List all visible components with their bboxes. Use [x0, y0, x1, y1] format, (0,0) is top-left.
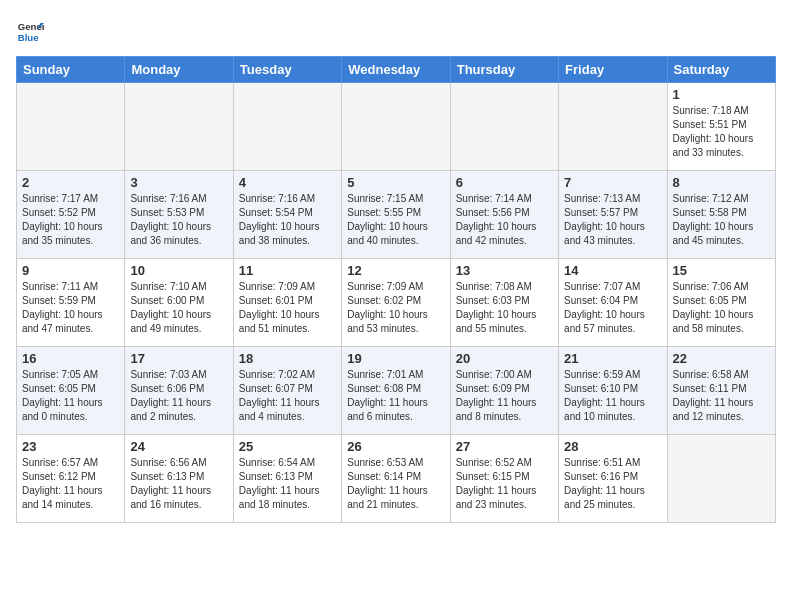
calendar-week-row: 1Sunrise: 7:18 AMSunset: 5:51 PMDaylight…	[17, 83, 776, 171]
day-info: Sunrise: 7:11 AMSunset: 5:59 PMDaylight:…	[22, 280, 119, 336]
calendar-day-cell: 18Sunrise: 7:02 AMSunset: 6:07 PMDayligh…	[233, 347, 341, 435]
day-info: Sunrise: 7:03 AMSunset: 6:06 PMDaylight:…	[130, 368, 227, 424]
day-info: Sunrise: 6:57 AMSunset: 6:12 PMDaylight:…	[22, 456, 119, 512]
day-info: Sunrise: 6:56 AMSunset: 6:13 PMDaylight:…	[130, 456, 227, 512]
calendar-day-cell: 12Sunrise: 7:09 AMSunset: 6:02 PMDayligh…	[342, 259, 450, 347]
calendar-day-cell: 5Sunrise: 7:15 AMSunset: 5:55 PMDaylight…	[342, 171, 450, 259]
day-info: Sunrise: 6:54 AMSunset: 6:13 PMDaylight:…	[239, 456, 336, 512]
calendar-day-cell	[17, 83, 125, 171]
calendar-day-cell: 13Sunrise: 7:08 AMSunset: 6:03 PMDayligh…	[450, 259, 558, 347]
day-number: 22	[673, 351, 770, 366]
calendar-week-row: 16Sunrise: 7:05 AMSunset: 6:05 PMDayligh…	[17, 347, 776, 435]
day-info: Sunrise: 7:14 AMSunset: 5:56 PMDaylight:…	[456, 192, 553, 248]
logo: General Blue	[16, 16, 48, 44]
calendar-day-cell	[125, 83, 233, 171]
day-number: 5	[347, 175, 444, 190]
day-number: 4	[239, 175, 336, 190]
weekday-header: Sunday	[17, 57, 125, 83]
day-number: 12	[347, 263, 444, 278]
day-number: 21	[564, 351, 661, 366]
day-number: 20	[456, 351, 553, 366]
day-number: 3	[130, 175, 227, 190]
day-number: 2	[22, 175, 119, 190]
calendar-week-row: 2Sunrise: 7:17 AMSunset: 5:52 PMDaylight…	[17, 171, 776, 259]
day-number: 24	[130, 439, 227, 454]
calendar-day-cell	[450, 83, 558, 171]
day-number: 25	[239, 439, 336, 454]
day-number: 23	[22, 439, 119, 454]
weekday-header: Wednesday	[342, 57, 450, 83]
day-info: Sunrise: 6:52 AMSunset: 6:15 PMDaylight:…	[456, 456, 553, 512]
day-info: Sunrise: 7:15 AMSunset: 5:55 PMDaylight:…	[347, 192, 444, 248]
day-info: Sunrise: 7:18 AMSunset: 5:51 PMDaylight:…	[673, 104, 770, 160]
day-info: Sunrise: 7:12 AMSunset: 5:58 PMDaylight:…	[673, 192, 770, 248]
day-info: Sunrise: 7:08 AMSunset: 6:03 PMDaylight:…	[456, 280, 553, 336]
calendar-day-cell: 28Sunrise: 6:51 AMSunset: 6:16 PMDayligh…	[559, 435, 667, 523]
day-info: Sunrise: 7:16 AMSunset: 5:54 PMDaylight:…	[239, 192, 336, 248]
calendar-day-cell: 24Sunrise: 6:56 AMSunset: 6:13 PMDayligh…	[125, 435, 233, 523]
day-number: 14	[564, 263, 661, 278]
calendar-day-cell: 25Sunrise: 6:54 AMSunset: 6:13 PMDayligh…	[233, 435, 341, 523]
weekday-header: Monday	[125, 57, 233, 83]
calendar-day-cell: 21Sunrise: 6:59 AMSunset: 6:10 PMDayligh…	[559, 347, 667, 435]
svg-text:Blue: Blue	[18, 32, 39, 43]
day-number: 18	[239, 351, 336, 366]
calendar-day-cell: 17Sunrise: 7:03 AMSunset: 6:06 PMDayligh…	[125, 347, 233, 435]
day-number: 16	[22, 351, 119, 366]
calendar-day-cell	[667, 435, 775, 523]
day-number: 10	[130, 263, 227, 278]
day-info: Sunrise: 7:06 AMSunset: 6:05 PMDaylight:…	[673, 280, 770, 336]
calendar-header-row: SundayMondayTuesdayWednesdayThursdayFrid…	[17, 57, 776, 83]
day-info: Sunrise: 7:17 AMSunset: 5:52 PMDaylight:…	[22, 192, 119, 248]
calendar-day-cell: 15Sunrise: 7:06 AMSunset: 6:05 PMDayligh…	[667, 259, 775, 347]
calendar-day-cell: 16Sunrise: 7:05 AMSunset: 6:05 PMDayligh…	[17, 347, 125, 435]
day-number: 1	[673, 87, 770, 102]
calendar-day-cell: 2Sunrise: 7:17 AMSunset: 5:52 PMDaylight…	[17, 171, 125, 259]
weekday-header: Saturday	[667, 57, 775, 83]
calendar-day-cell	[559, 83, 667, 171]
page-header: General Blue	[16, 16, 776, 44]
calendar-day-cell: 8Sunrise: 7:12 AMSunset: 5:58 PMDaylight…	[667, 171, 775, 259]
calendar-day-cell: 6Sunrise: 7:14 AMSunset: 5:56 PMDaylight…	[450, 171, 558, 259]
day-number: 8	[673, 175, 770, 190]
calendar-week-row: 23Sunrise: 6:57 AMSunset: 6:12 PMDayligh…	[17, 435, 776, 523]
day-info: Sunrise: 6:59 AMSunset: 6:10 PMDaylight:…	[564, 368, 661, 424]
day-number: 28	[564, 439, 661, 454]
weekday-header: Tuesday	[233, 57, 341, 83]
day-info: Sunrise: 7:16 AMSunset: 5:53 PMDaylight:…	[130, 192, 227, 248]
calendar-day-cell: 27Sunrise: 6:52 AMSunset: 6:15 PMDayligh…	[450, 435, 558, 523]
day-number: 11	[239, 263, 336, 278]
calendar-table: SundayMondayTuesdayWednesdayThursdayFrid…	[16, 56, 776, 523]
calendar-day-cell: 4Sunrise: 7:16 AMSunset: 5:54 PMDaylight…	[233, 171, 341, 259]
day-number: 27	[456, 439, 553, 454]
calendar-day-cell: 19Sunrise: 7:01 AMSunset: 6:08 PMDayligh…	[342, 347, 450, 435]
calendar-day-cell: 10Sunrise: 7:10 AMSunset: 6:00 PMDayligh…	[125, 259, 233, 347]
calendar-day-cell: 20Sunrise: 7:00 AMSunset: 6:09 PMDayligh…	[450, 347, 558, 435]
day-number: 17	[130, 351, 227, 366]
calendar-day-cell: 7Sunrise: 7:13 AMSunset: 5:57 PMDaylight…	[559, 171, 667, 259]
calendar-day-cell: 14Sunrise: 7:07 AMSunset: 6:04 PMDayligh…	[559, 259, 667, 347]
calendar-day-cell	[342, 83, 450, 171]
weekday-header: Friday	[559, 57, 667, 83]
day-info: Sunrise: 7:01 AMSunset: 6:08 PMDaylight:…	[347, 368, 444, 424]
day-info: Sunrise: 7:05 AMSunset: 6:05 PMDaylight:…	[22, 368, 119, 424]
weekday-header: Thursday	[450, 57, 558, 83]
calendar-day-cell: 23Sunrise: 6:57 AMSunset: 6:12 PMDayligh…	[17, 435, 125, 523]
day-number: 15	[673, 263, 770, 278]
calendar-day-cell: 22Sunrise: 6:58 AMSunset: 6:11 PMDayligh…	[667, 347, 775, 435]
day-info: Sunrise: 7:07 AMSunset: 6:04 PMDaylight:…	[564, 280, 661, 336]
day-info: Sunrise: 6:53 AMSunset: 6:14 PMDaylight:…	[347, 456, 444, 512]
calendar-day-cell: 26Sunrise: 6:53 AMSunset: 6:14 PMDayligh…	[342, 435, 450, 523]
calendar-day-cell: 11Sunrise: 7:09 AMSunset: 6:01 PMDayligh…	[233, 259, 341, 347]
day-number: 6	[456, 175, 553, 190]
day-info: Sunrise: 7:13 AMSunset: 5:57 PMDaylight:…	[564, 192, 661, 248]
day-info: Sunrise: 7:00 AMSunset: 6:09 PMDaylight:…	[456, 368, 553, 424]
day-info: Sunrise: 7:09 AMSunset: 6:01 PMDaylight:…	[239, 280, 336, 336]
logo-icon: General Blue	[16, 16, 44, 44]
day-number: 7	[564, 175, 661, 190]
calendar-day-cell	[233, 83, 341, 171]
calendar-week-row: 9Sunrise: 7:11 AMSunset: 5:59 PMDaylight…	[17, 259, 776, 347]
calendar-day-cell: 1Sunrise: 7:18 AMSunset: 5:51 PMDaylight…	[667, 83, 775, 171]
day-info: Sunrise: 6:58 AMSunset: 6:11 PMDaylight:…	[673, 368, 770, 424]
day-number: 19	[347, 351, 444, 366]
